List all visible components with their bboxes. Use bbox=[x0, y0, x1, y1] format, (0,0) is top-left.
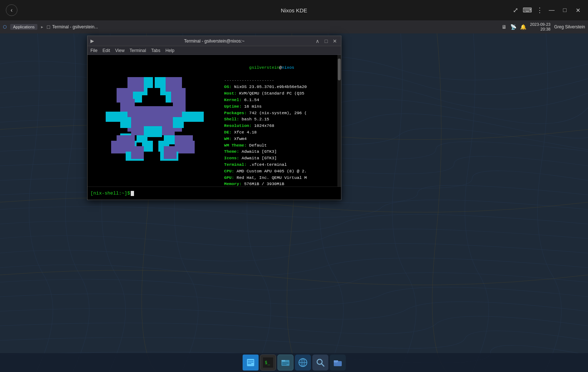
svg-rect-30 bbox=[173, 117, 184, 128]
svg-rect-54 bbox=[334, 360, 338, 362]
svg-rect-27 bbox=[184, 141, 195, 153]
svg-rect-43 bbox=[282, 362, 289, 363]
nf-packages: Packages: 742 (nix-system), 296 ( bbox=[224, 110, 335, 116]
svg-rect-44 bbox=[282, 363, 289, 364]
svg-rect-38 bbox=[248, 363, 251, 364]
keyboard-icon[interactable]: ⌨ bbox=[523, 6, 532, 14]
desktop-area: ⬡ Applications ▸ □ Terminal - gsilverste… bbox=[0, 20, 588, 372]
nf-theme: Theme: Adwaita [GTK3] bbox=[224, 148, 335, 155]
nixos-logo-svg bbox=[95, 70, 215, 172]
svg-rect-37 bbox=[248, 362, 254, 363]
neofetch-output: gsilverstein@nixos -------------------- … bbox=[222, 55, 337, 187]
svg-rect-29 bbox=[120, 117, 131, 128]
menu-tabs[interactable]: Tabs bbox=[151, 48, 160, 53]
nf-user: gsilverstein bbox=[249, 65, 279, 70]
window-title: Nixos KDE bbox=[281, 7, 307, 13]
terminal-window-title: Terminal - gsilverstein@nixos:~ bbox=[184, 39, 245, 44]
applications-menu-button[interactable]: Applications bbox=[10, 24, 37, 30]
taskbar-icon-files[interactable] bbox=[243, 355, 259, 371]
nf-uptime: Uptime: 16 mins bbox=[224, 103, 335, 110]
terminal-menubar: File Edit View Terminal Tabs Help bbox=[88, 46, 341, 55]
kde-system-bar: ⬡ Applications ▸ □ Terminal - gsilverste… bbox=[0, 20, 588, 33]
svg-rect-28 bbox=[144, 126, 162, 137]
search-svg-icon bbox=[315, 357, 325, 368]
svg-line-51 bbox=[321, 364, 324, 366]
datetime-display: 2023-09-2320:38 bbox=[530, 22, 550, 32]
maximize-button[interactable]: □ bbox=[560, 6, 569, 15]
display-icon: 🖥 bbox=[502, 24, 507, 30]
cursor-block bbox=[131, 191, 134, 196]
kde-taskbar: $_ bbox=[0, 353, 588, 372]
top-bar: ‹ Nixos KDE ⤢ ⌨ ⋮ — □ ✕ bbox=[0, 0, 588, 20]
top-bar-right: ⤢ ⌨ ⋮ — □ ✕ bbox=[513, 6, 582, 15]
svg-rect-45 bbox=[282, 364, 287, 365]
menu-edit[interactable]: Edit bbox=[102, 48, 110, 53]
nixos-logo-area bbox=[88, 55, 222, 187]
nf-host-line: Host: KVM/QEMU (Standard PC (Q35 bbox=[224, 90, 335, 97]
terminal-titlebar-right: ∧ □ ✕ bbox=[314, 38, 338, 44]
nf-wm-theme: WM Theme: Default bbox=[224, 142, 335, 149]
nf-os: OS: NixOS 23.05.3701.e9b4b56e5a20 bbox=[224, 84, 335, 90]
shell-prompt: [nix-shell:~]$ bbox=[90, 191, 130, 196]
nf-de: DE: Xfce 4.18 bbox=[224, 129, 335, 136]
nf-icons: Icons: Adwaita [GTK3] bbox=[224, 155, 335, 161]
back-icon: ‹ bbox=[11, 7, 12, 13]
terminal-scrollbar[interactable] bbox=[337, 55, 341, 187]
separator-icon: ▸ bbox=[41, 24, 43, 29]
menu-view[interactable]: View bbox=[115, 48, 125, 53]
top-bar-left: ‹ bbox=[6, 4, 17, 16]
kde-logo-icon: ⬡ bbox=[3, 24, 7, 29]
svg-rect-42 bbox=[281, 360, 285, 361]
nf-kernel: Kernel: 6.1.54 bbox=[224, 97, 335, 103]
taskbar-icon-terminal[interactable]: $_ bbox=[260, 355, 276, 371]
terminal-title-icon: ▶ bbox=[90, 38, 94, 44]
nf-separator: -------------------- bbox=[224, 77, 335, 84]
files-svg-icon bbox=[246, 357, 256, 368]
taskbar-icon-filemanager[interactable] bbox=[277, 355, 293, 371]
terminal-svg-icon: $_ bbox=[263, 357, 273, 368]
nf-gpu: GPU: Red Hat, Inc. QEMU Virtual M bbox=[224, 175, 335, 181]
notification-icon: 🔔 bbox=[520, 24, 526, 30]
taskbar-icon-folder[interactable] bbox=[330, 355, 346, 371]
terminal-prompt-area[interactable]: [nix-shell:~]$ bbox=[88, 187, 341, 200]
expand-icon[interactable]: ⤢ bbox=[513, 6, 518, 14]
nf-username-line: gsilverstein@nixos bbox=[224, 58, 335, 77]
nf-terminal: Terminal: .xfce4-terminal bbox=[224, 161, 335, 168]
folder-svg-icon bbox=[333, 357, 343, 368]
username-display: Greg Silverstein bbox=[554, 24, 585, 29]
svg-rect-20 bbox=[173, 99, 186, 112]
terminal-taskbar-label[interactable]: Terminal - gsilverstein... bbox=[52, 24, 98, 29]
nf-memory: Memory: 576MiB / 3930MiB bbox=[224, 181, 335, 187]
terminal-titlebar-left: ▶ bbox=[90, 38, 94, 44]
terminal-sysbar-icon: □ bbox=[47, 24, 50, 30]
menu-help[interactable]: Help bbox=[166, 48, 175, 53]
terminal-body: gsilverstein@nixos -------------------- … bbox=[88, 55, 341, 187]
back-button[interactable]: ‹ bbox=[6, 4, 17, 16]
svg-text:$_: $_ bbox=[265, 360, 270, 365]
nf-cpu: CPU: AMD Custom APU 0405 (8) @ 2. bbox=[224, 168, 335, 175]
menu-terminal[interactable]: Terminal bbox=[130, 48, 146, 53]
taskbar-icon-search[interactable] bbox=[312, 355, 328, 371]
svg-rect-33 bbox=[131, 146, 144, 159]
close-button[interactable]: ✕ bbox=[573, 6, 582, 15]
terminal-titlebar: ▶ Terminal - gsilverstein@nixos:~ ∧ □ ✕ bbox=[88, 36, 341, 46]
kde-sysbar-left: ⬡ Applications ▸ □ Terminal - gsilverste… bbox=[3, 24, 500, 30]
kde-sysbar-right: 🖥 📡 🔔 2023-09-2320:38 Greg Silverstein bbox=[502, 22, 585, 32]
globe-svg-icon bbox=[298, 357, 308, 368]
terminal-minimize-button[interactable]: ∧ bbox=[314, 38, 321, 44]
terminal-maximize-button[interactable]: □ bbox=[323, 38, 329, 44]
nf-shell: Shell: bash 5.2.15 bbox=[224, 116, 335, 123]
nf-resolution: Resolution: 1024x768 bbox=[224, 123, 335, 129]
network-icon: 📡 bbox=[510, 24, 516, 30]
svg-rect-34 bbox=[164, 146, 177, 159]
svg-rect-25 bbox=[111, 141, 122, 153]
nf-wm: WM: Xfwm4 bbox=[224, 136, 335, 142]
minimize-button[interactable]: — bbox=[547, 6, 556, 15]
more-options-icon[interactable]: ⋮ bbox=[536, 6, 543, 14]
menu-file[interactable]: File bbox=[90, 48, 97, 53]
terminal-close-button[interactable]: ✕ bbox=[332, 38, 338, 44]
terminal-window: ▶ Terminal - gsilverstein@nixos:~ ∧ □ ✕ … bbox=[87, 36, 341, 200]
svg-rect-36 bbox=[248, 360, 254, 361]
taskbar-icon-browser[interactable] bbox=[295, 355, 311, 371]
terminal-scrollbar-thumb[interactable] bbox=[338, 59, 341, 80]
